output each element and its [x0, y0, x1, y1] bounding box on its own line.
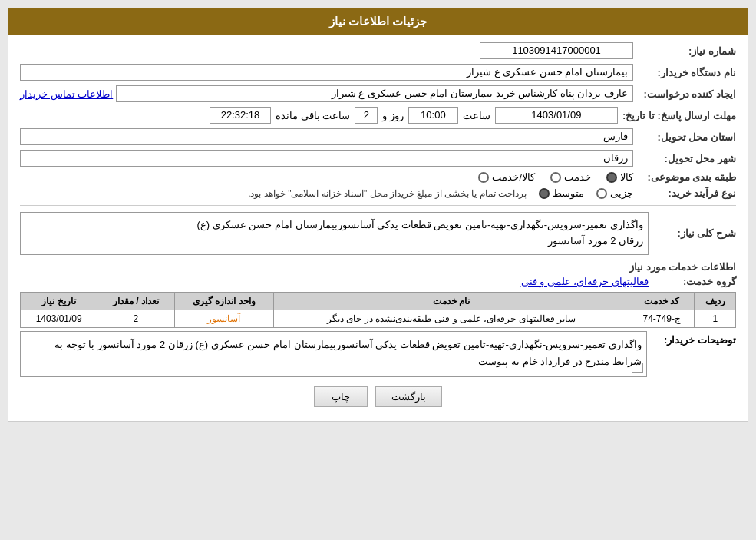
deadline-remaining-label: ساعت باقی مانده — [276, 110, 350, 121]
type-khadamat-item[interactable]: خدمت — [550, 171, 591, 183]
page-title: جزئیات اطلاعات نیاز — [329, 15, 427, 28]
service-group-label: گروه خدمت: — [652, 276, 736, 287]
buttons-row: بازگشت چاپ — [20, 386, 736, 407]
purchase-motavasset-label: متوسط — [553, 187, 584, 199]
type-khadamat-radio[interactable] — [550, 172, 561, 183]
divider-1 — [20, 205, 736, 206]
cell-quantity: 2 — [97, 310, 174, 327]
contact-link[interactable]: اطلاعات تماس خریدار — [20, 88, 113, 100]
description-label: شرح کلی نیاز: — [652, 227, 736, 239]
need-number-label: شماره نیاز: — [636, 45, 736, 57]
cell-service-code: ج-749-74 — [629, 310, 695, 327]
deadline-days-label: روز و — [382, 110, 404, 121]
type-kala-radio[interactable] — [606, 172, 617, 183]
purchase-type-label: نوع فرآیند خرید: — [636, 187, 736, 199]
col-header-unit: واحد اندازه گیری — [174, 292, 274, 310]
type-kala-khadamat-radio[interactable] — [478, 172, 489, 183]
purchase-jozvi-label: جزیی — [610, 187, 633, 199]
org-name-row: نام دستگاه خریدار: بیمارستان امام حسن عس… — [20, 64, 736, 81]
deadline-remaining: 22:32:18 — [210, 107, 271, 124]
purchase-options: جزیی متوسط پرداخت تمام یا بخشی از مبلغ خ… — [248, 187, 633, 199]
cell-row-num: 1 — [695, 310, 736, 327]
deadline-days: 2 — [355, 107, 378, 124]
col-header-code: کد خدمت — [629, 292, 695, 310]
purchase-type-row: نوع فرآیند خرید: جزیی متوسط پرداخت تمام … — [20, 187, 736, 199]
province-row: استان محل تحویل: فارس — [20, 128, 736, 145]
buyer-desc-box: واگذاری تعمیر-سرویس-نگهداری-تهیه-تامین ت… — [20, 331, 647, 377]
services-table: ردیف کد خدمت نام خدمت واحد اندازه گیری ت… — [20, 292, 736, 328]
creator-row: ایجاد کننده درخواست: عارف یزدان پناه کار… — [20, 85, 736, 102]
page-header: جزئیات اطلاعات نیاز — [8, 8, 748, 35]
col-header-name: نام خدمت — [274, 292, 629, 310]
province-value: فارس — [20, 128, 633, 145]
creator-value: عارف یزدان پناه کارشناس خرید بیمارستان ا… — [116, 85, 633, 102]
service-group-value[interactable]: فعالیتهای حرفه‌ای، علمی و فنی — [521, 276, 649, 287]
print-button[interactable]: چاپ — [314, 386, 368, 407]
city-row: شهر محل تحویل: زرقان — [20, 150, 736, 167]
type-kala-khadamat-item[interactable]: کالا/خدمت — [478, 171, 535, 183]
purchase-motavasset-item[interactable]: متوسط — [539, 187, 584, 199]
purchase-motavasset-radio[interactable] — [539, 188, 550, 199]
province-label: استان محل تحویل: — [636, 131, 736, 143]
type-kala-khadamat-label: کالا/خدمت — [492, 171, 535, 183]
description-row: شرح کلی نیاز: واگذاری تعمیر-سرویس-نگهدار… — [20, 212, 736, 255]
col-header-qty: تعداد / مقدار — [97, 292, 174, 310]
purchase-jozvi-item[interactable]: جزیی — [596, 187, 633, 199]
cell-date: 1403/01/09 — [21, 310, 97, 327]
need-number-row: شماره نیاز: 1103091417000001 — [20, 42, 736, 59]
deadline-row: مهلت ارسال پاسخ: تا تاریخ: 1403/01/09 سا… — [20, 107, 736, 124]
buyer-desc-container: توضیحات خریدار: واگذاری تعمیر-سرویس-نگهد… — [20, 331, 736, 377]
city-label: شهر محل تحویل: — [636, 153, 736, 164]
content-area: شماره نیاز: 1103091417000001 نام دستگاه … — [8, 35, 748, 421]
city-value: زرقان — [20, 150, 633, 167]
table-row: 1 ج-749-74 سایر فعالیتهای حرفه‌ای، علمی … — [21, 310, 736, 327]
description-line2: زرقان 2 مورد آسانسور — [548, 235, 643, 247]
services-section-title: اطلاعات خدمات مورد نیاز — [20, 261, 736, 273]
org-name-value: بیمارستان امام حسن عسکری ع شیراز — [20, 64, 633, 81]
deadline-time-label: ساعت — [463, 110, 490, 121]
deadline-date: 1403/01/09 — [495, 107, 618, 124]
creator-label: ایجاد کننده درخواست: — [636, 88, 736, 100]
deadline-time: 10:00 — [408, 107, 458, 124]
back-button[interactable]: بازگشت — [375, 386, 442, 407]
type-kala-item[interactable]: کالا — [606, 171, 633, 183]
description-box: واگذاری تعمیر-سرویس-نگهداری-تهیه-تامین ت… — [20, 212, 649, 255]
description-line1: واگذاری تعمیر-سرویس-نگهداری-تهیه-تامین ت… — [197, 219, 643, 230]
col-header-date: تاریخ نیاز — [21, 292, 97, 310]
org-name-label: نام دستگاه خریدار: — [636, 67, 736, 78]
type-row: طبقه بندی موضوعی: کالا خدمت کالا/خدمت — [20, 171, 736, 183]
type-options: کالا خدمت کالا/خدمت — [478, 171, 633, 183]
buyer-desc-label: توضیحات خریدار: — [652, 331, 736, 346]
cell-service-name: سایر فعالیتهای حرفه‌ای، علمی و فنی طبقه‌… — [274, 310, 629, 327]
main-container: جزئیات اطلاعات نیاز شماره نیاز: 11030914… — [8, 8, 748, 422]
need-number-value: 1103091417000001 — [480, 42, 633, 59]
type-khadamat-label: خدمت — [564, 171, 591, 183]
purchase-jozvi-radio[interactable] — [596, 188, 607, 199]
purchase-note: پرداخت تمام یا بخشی از مبلغ خریداز محل "… — [248, 188, 527, 199]
service-group-row: گروه خدمت: فعالیتهای حرفه‌ای، علمی و فنی — [20, 276, 736, 287]
type-label: طبقه بندی موضوعی: — [636, 171, 736, 183]
type-kala-label: کالا — [620, 171, 633, 183]
cell-unit: آسانسور — [174, 310, 274, 327]
col-header-row: ردیف — [695, 292, 736, 310]
deadline-label: مهلت ارسال پاسخ: تا تاریخ: — [622, 110, 736, 121]
